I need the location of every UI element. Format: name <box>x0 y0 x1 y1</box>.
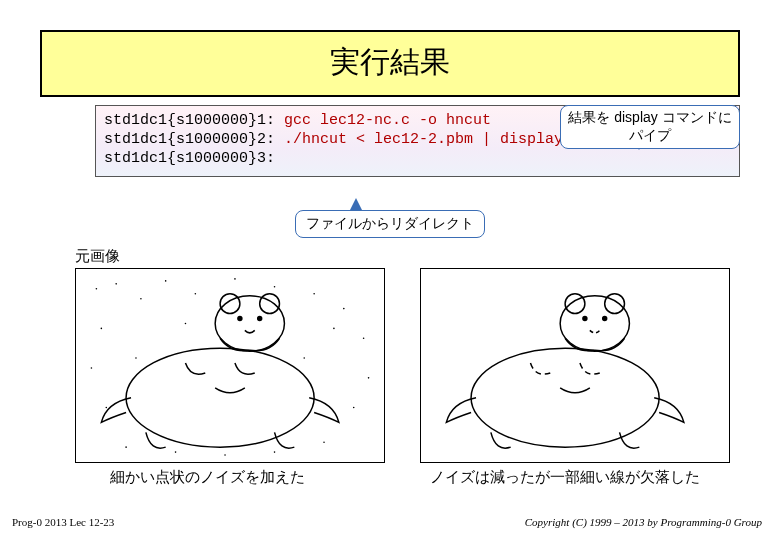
callout-redirect-text: ファイルからリダイレクト <box>306 215 474 231</box>
turtle-hamster-noisy-icon <box>76 269 384 462</box>
svg-point-13 <box>313 293 315 295</box>
caption-left: 細かい点状のノイズを加えた <box>110 468 305 487</box>
svg-point-20 <box>175 451 177 453</box>
slide-title: 実行結果 <box>330 45 450 78</box>
svg-point-1 <box>215 296 284 351</box>
caption-right: ノイズは減ったが一部細い線が欠落した <box>430 468 700 487</box>
svg-point-6 <box>96 288 98 290</box>
svg-point-16 <box>101 328 103 330</box>
svg-point-4 <box>238 317 242 321</box>
prompt-1: std1dc1{s1000000}1: <box>104 112 284 129</box>
terminal-line-3: std1dc1{s1000000}3: <box>104 150 731 169</box>
callout-redirect: ファイルからリダイレクト <box>295 210 485 238</box>
cmd-2: ./hncut < lec12-2.pbm | display & <box>284 131 581 148</box>
cmd-1: gcc lec12-nc.c -o hncut <box>284 112 491 129</box>
svg-point-7 <box>115 283 117 285</box>
svg-point-0 <box>126 348 314 447</box>
svg-point-14 <box>343 308 345 310</box>
svg-point-29 <box>135 357 137 359</box>
footer-right: Copyright (C) 1999 – 2013 by Programming… <box>525 516 762 528</box>
svg-point-31 <box>560 296 629 351</box>
turtle-hamster-filtered-icon <box>421 269 729 462</box>
svg-point-24 <box>353 407 355 409</box>
svg-point-5 <box>258 317 262 321</box>
svg-point-17 <box>91 367 93 369</box>
svg-point-34 <box>583 317 587 321</box>
svg-point-2 <box>220 294 240 314</box>
prompt-3: std1dc1{s1000000}3: <box>104 150 275 167</box>
svg-point-30 <box>471 348 659 447</box>
svg-point-21 <box>224 454 226 456</box>
callout-pipe-text: 結果を display コマンドにパイプ <box>568 109 731 143</box>
callout-redirect-tail <box>350 198 362 210</box>
svg-point-19 <box>125 446 127 448</box>
svg-point-18 <box>105 407 107 409</box>
svg-point-11 <box>234 278 236 280</box>
svg-point-26 <box>333 328 335 330</box>
svg-point-23 <box>323 441 325 443</box>
svg-point-9 <box>165 280 167 282</box>
svg-point-25 <box>368 377 370 379</box>
svg-point-33 <box>605 294 625 314</box>
callout-pipe: 結果を display コマンドにパイプ <box>560 105 740 149</box>
image-filtered <box>420 268 730 463</box>
svg-point-12 <box>274 286 276 288</box>
prompt-2: std1dc1{s1000000}2: <box>104 131 284 148</box>
svg-point-32 <box>565 294 585 314</box>
svg-point-8 <box>140 298 142 300</box>
svg-point-10 <box>195 293 197 295</box>
svg-point-28 <box>303 357 305 359</box>
svg-point-15 <box>363 337 365 339</box>
svg-point-22 <box>274 451 276 453</box>
footer-left: Prog-0 2013 Lec 12-23 <box>12 516 114 528</box>
svg-point-3 <box>260 294 280 314</box>
slide-title-box: 実行結果 <box>40 30 740 97</box>
svg-point-35 <box>603 317 607 321</box>
label-original-image: 元画像 <box>75 247 120 266</box>
svg-point-27 <box>185 323 187 325</box>
image-original-noisy <box>75 268 385 463</box>
